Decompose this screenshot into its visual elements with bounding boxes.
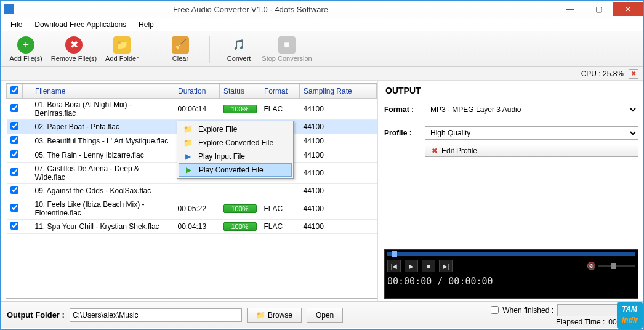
menu-download[interactable]: Download Free Applications [30, 19, 131, 30]
media-player: |◀ ▶ ■ ▶| 🔇 00:00:00 / 00:00:00 [384, 249, 638, 299]
select-all-checkbox[interactable] [10, 86, 18, 94]
table-row[interactable]: 01. Bora Bora (At Night Mix) - Benirras.… [7, 99, 377, 120]
bottom-bar: Output Folder : 📁 Browse Open When finis… [1, 301, 643, 328]
menu-help[interactable]: Help [134, 19, 159, 30]
row-checkbox[interactable] [10, 122, 18, 130]
convert-button[interactable]: 🎵 Convert [217, 33, 260, 65]
cell-status: 100% [220, 99, 260, 120]
cell-status: 100% [220, 220, 260, 234]
app-icon [4, 4, 14, 14]
music-note-icon: 🎵 [230, 36, 248, 54]
col-duration[interactable]: Duration [174, 84, 220, 99]
cell-filename: 01. Bora Bora (At Night Mix) - Benirras.… [31, 99, 174, 120]
remove-icon: ✖ [65, 36, 83, 54]
close-button[interactable]: ✕ [613, 2, 643, 16]
col-sampling[interactable]: Sampling Rate [300, 84, 377, 99]
cell-duration [174, 184, 220, 198]
cell-sampling: 44100 [300, 184, 377, 198]
status-strip: CPU : 25.8% ✖ [1, 67, 643, 81]
player-time: 00:00:00 / 00:00:00 [387, 276, 635, 287]
player-prev-button[interactable]: |◀ [387, 260, 401, 272]
elapsed-label: Elapsed Time : [556, 318, 605, 326]
separator [151, 36, 151, 63]
play-icon: ▶ [182, 152, 193, 161]
open-button[interactable]: Open [307, 308, 343, 323]
cell-filename: 02. Paper Boat - Pnfa.flac [31, 120, 174, 134]
play-icon: ▶ [183, 166, 194, 174]
format-label: Format : [384, 105, 420, 114]
cell-format: FLAC [260, 198, 300, 220]
row-checkbox[interactable] [10, 222, 18, 230]
add-folder-button[interactable]: 📁 Add Folder [100, 33, 143, 65]
table-row[interactable]: 11. Spa Your Chill - Krystian Shek.flac0… [7, 220, 377, 234]
mute-icon[interactable]: 🔇 [587, 262, 596, 270]
status-icon[interactable]: ✖ [629, 69, 638, 79]
row-checkbox[interactable] [10, 150, 18, 158]
col-format[interactable]: Format [260, 84, 300, 99]
cell-sampling: 44100 [300, 220, 377, 234]
cell-sampling: 44100 [300, 163, 377, 184]
cell-format: FLAC [260, 220, 300, 234]
cell-status [220, 184, 260, 198]
profile-select[interactable]: High Quality [425, 126, 638, 140]
cell-filename: 11. Spa Your Chill - Krystian Shek.flac [31, 220, 174, 234]
player-next-button[interactable]: ▶| [439, 260, 453, 272]
broom-icon: 🧹 [172, 36, 189, 54]
format-select[interactable]: MP3 - MPEG Layer 3 Audio [425, 103, 638, 116]
titlebar: Free Audio Converter V1.0 - 4dots Softwa… [1, 1, 643, 18]
ctx-explore-converted[interactable]: 📁Explore Converted File [179, 136, 292, 150]
cell-sampling: 44100 [300, 148, 377, 163]
table-row[interactable]: 09. Against the Odds - KoolSax.flac44100 [7, 184, 377, 198]
window-buttons: — ▢ ✕ [556, 2, 643, 16]
row-checkbox[interactable] [10, 204, 18, 212]
file-list-pane: Filename Duration Status Format Sampling… [1, 81, 377, 301]
folder-icon: 📁 [113, 36, 131, 54]
row-checkbox[interactable] [10, 104, 18, 112]
seek-bar[interactable] [387, 252, 635, 256]
main-content: Filename Duration Status Format Sampling… [1, 81, 643, 301]
browse-button[interactable]: 📁 Browse [247, 308, 302, 323]
col-filename[interactable]: Filename [31, 84, 174, 99]
maximize-button[interactable]: ▢ [584, 2, 613, 16]
menu-bar: File Download Free Applications Help [1, 18, 643, 31]
cell-duration: 00:06:14 [174, 99, 220, 120]
col-status[interactable]: Status [220, 84, 260, 99]
edit-profile-button[interactable]: ✖ Edit Profile [425, 145, 638, 157]
stop-icon: ■ [278, 36, 296, 54]
when-finished-checkbox[interactable] [491, 306, 499, 314]
player-stop-button[interactable]: ■ [422, 260, 435, 272]
folder-icon: 📁 [182, 139, 193, 147]
ctx-play-converted[interactable]: ▶Play Converted File [179, 163, 292, 177]
output-header: OUTPUT [384, 83, 638, 98]
cell-filename: 05. The Rain - Lenny Ibizarre.flac [31, 148, 174, 163]
clear-button[interactable]: 🧹 Clear [159, 33, 202, 65]
profile-label: Profile : [384, 129, 420, 137]
file-grid[interactable]: Filename Duration Status Format Sampling… [6, 83, 377, 299]
ctx-play-input[interactable]: ▶Play Input File [179, 150, 292, 163]
output-folder-input[interactable] [70, 308, 242, 322]
cell-duration: 00:05:22 [174, 198, 220, 220]
when-finished-label: When finished : [502, 306, 553, 315]
row-checkbox[interactable] [10, 168, 18, 176]
stop-button[interactable]: ■ Stop Conversion [265, 33, 308, 65]
table-row[interactable]: 10. Feels Like (Ibiza Beach Mix) - Flore… [7, 198, 377, 220]
output-pane: OUTPUT Format : MP3 - MPEG Layer 3 Audio… [377, 81, 643, 301]
remove-files-button[interactable]: ✖ Remove File(s) [52, 33, 95, 65]
cell-sampling: 44100 [300, 120, 377, 134]
cell-sampling: 44100 [300, 134, 377, 148]
row-checkbox[interactable] [10, 136, 18, 144]
ctx-explore-file[interactable]: 📁Explore File [179, 123, 292, 136]
volume-slider[interactable] [598, 265, 635, 267]
menu-file[interactable]: File [6, 19, 27, 30]
minimize-button[interactable]: — [556, 2, 584, 16]
add-files-button[interactable]: ＋ Add File(s) [4, 33, 47, 65]
folder-icon: 📁 [182, 125, 193, 134]
plus-icon: ＋ [17, 36, 34, 54]
output-folder-label: Output Folder : [7, 310, 65, 320]
player-play-button[interactable]: ▶ [405, 260, 418, 272]
volume-control: 🔇 [587, 262, 635, 270]
cell-filename: 10. Feels Like (Ibiza Beach Mix) - Flore… [31, 198, 174, 220]
edit-icon: ✖ [432, 147, 438, 155]
row-checkbox[interactable] [10, 186, 18, 194]
cell-status: 100% [220, 198, 260, 220]
